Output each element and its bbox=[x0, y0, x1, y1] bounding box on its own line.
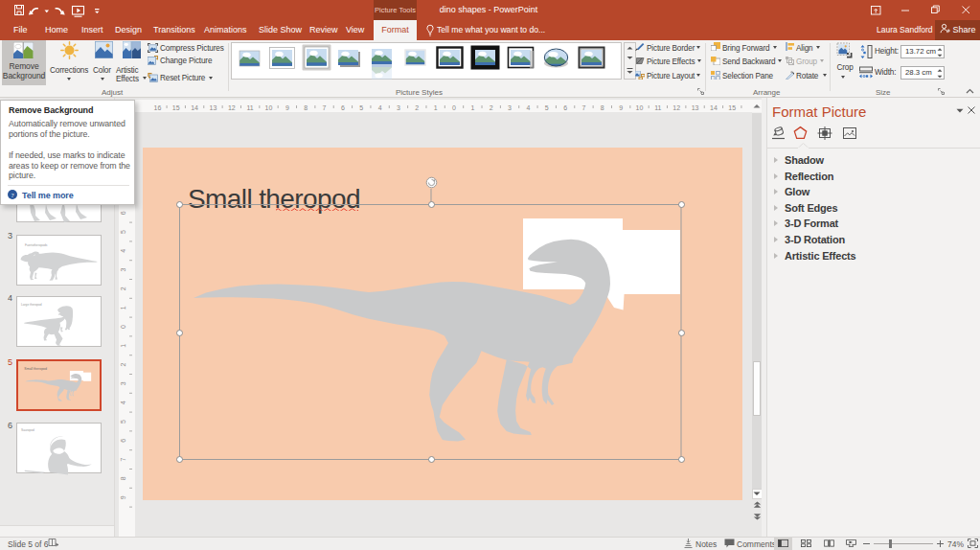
svg-text:13: 13 bbox=[210, 104, 217, 111]
svg-text:3: 3 bbox=[397, 104, 400, 111]
svg-text:14: 14 bbox=[710, 104, 718, 111]
svg-text:Sauropod: Sauropod bbox=[21, 428, 34, 432]
svg-text:5: 5 bbox=[120, 420, 126, 424]
svg-text:15: 15 bbox=[172, 104, 180, 111]
svg-text:3: 3 bbox=[120, 381, 126, 385]
svg-text:4: 4 bbox=[120, 249, 126, 253]
svg-text:4: 4 bbox=[526, 104, 530, 111]
svg-text:10: 10 bbox=[265, 104, 273, 111]
svg-text:1: 1 bbox=[434, 104, 438, 111]
svg-text:?: ? bbox=[11, 192, 13, 199]
svg-text:Fuertotheropods: Fuertotheropods bbox=[25, 243, 48, 247]
svg-text:5: 5 bbox=[545, 104, 549, 111]
svg-text:9: 9 bbox=[120, 495, 126, 499]
svg-text:2: 2 bbox=[120, 286, 126, 290]
svg-text:6: 6 bbox=[341, 104, 345, 111]
svg-text:6: 6 bbox=[120, 439, 126, 443]
svg-text:2: 2 bbox=[490, 104, 493, 111]
svg-text:8: 8 bbox=[304, 104, 308, 111]
svg-text:11: 11 bbox=[654, 104, 661, 111]
svg-text:11: 11 bbox=[247, 104, 254, 111]
svg-text:0: 0 bbox=[120, 325, 126, 329]
svg-text:Small theropod: Small theropod bbox=[24, 367, 47, 371]
svg-text:9: 9 bbox=[285, 104, 289, 111]
svg-text:7: 7 bbox=[323, 104, 327, 111]
svg-text:2: 2 bbox=[415, 104, 419, 111]
svg-text:3: 3 bbox=[508, 104, 512, 111]
svg-text:7: 7 bbox=[120, 458, 126, 462]
svg-text:13: 13 bbox=[692, 104, 699, 111]
svg-text:10: 10 bbox=[636, 104, 644, 111]
svg-text:1: 1 bbox=[120, 344, 126, 348]
svg-text:3: 3 bbox=[120, 268, 126, 272]
svg-text:16: 16 bbox=[154, 104, 162, 111]
svg-text:8: 8 bbox=[120, 476, 126, 480]
svg-text:15: 15 bbox=[728, 104, 736, 111]
svg-text:Large theropod: Large theropod bbox=[21, 303, 42, 307]
svg-text:1: 1 bbox=[120, 306, 126, 309]
svg-text:5: 5 bbox=[120, 230, 126, 234]
svg-text:7: 7 bbox=[581, 104, 585, 111]
svg-text:2: 2 bbox=[120, 363, 126, 367]
svg-text:5: 5 bbox=[359, 104, 363, 111]
svg-text:8: 8 bbox=[601, 104, 604, 111]
svg-text:4: 4 bbox=[120, 401, 126, 404]
svg-text:12: 12 bbox=[672, 104, 680, 111]
svg-text:1: 1 bbox=[470, 104, 474, 111]
svg-text:4: 4 bbox=[378, 104, 382, 111]
svg-text:6: 6 bbox=[120, 211, 126, 215]
svg-text:9: 9 bbox=[619, 104, 623, 111]
svg-text:6: 6 bbox=[563, 104, 567, 111]
svg-text:0: 0 bbox=[452, 104, 456, 111]
svg-text:14: 14 bbox=[191, 104, 198, 111]
svg-text:12: 12 bbox=[228, 104, 236, 111]
